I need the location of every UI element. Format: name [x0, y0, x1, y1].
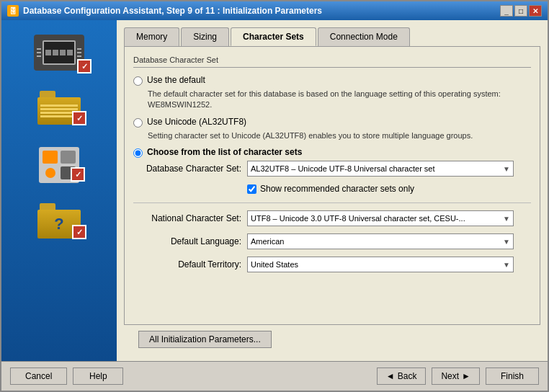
- db-charset-arrow-icon: ▼: [503, 165, 510, 173]
- maximize-button[interactable]: □: [514, 5, 527, 17]
- content-panel: Database Character Set Use the default T…: [124, 46, 540, 325]
- show-recommended-label[interactable]: Show recommended character sets only: [260, 184, 414, 194]
- title-bar: 🗄 Database Configuration Assistant, Step…: [1, 1, 548, 20]
- close-button[interactable]: ✕: [529, 5, 542, 17]
- radio-use-unicode-row: Use Unicode (AL32UTF8): [133, 117, 531, 128]
- icon-item-chip: ✓: [34, 35, 84, 71]
- left-panel: ✓ ✓: [1, 20, 117, 361]
- tab-sizing[interactable]: Sizing: [181, 27, 229, 46]
- icon-item-folder1: ✓: [37, 91, 81, 127]
- back-label: Back: [398, 371, 417, 381]
- next-button[interactable]: Next ►: [432, 368, 480, 385]
- back-arrow-icon: ◄: [386, 371, 395, 381]
- radio-choose-list-row: Choose from the list of character sets: [133, 147, 531, 158]
- checkmark-badge-2: ✓: [72, 111, 86, 125]
- back-button[interactable]: ◄ Back: [377, 368, 427, 385]
- default-territory-field-row: Default Territory: United States ▼: [133, 257, 531, 272]
- default-territory-value: United States: [251, 260, 298, 269]
- national-charset-value: UTF8 – Unicode 3.0 UTF-8 Universal chara…: [251, 214, 465, 223]
- db-charset-value: AL32UTF8 – Unicode UTF-8 Universal chara…: [251, 164, 435, 173]
- default-territory-select[interactable]: United States ▼: [247, 257, 514, 272]
- default-territory-arrow-icon: ▼: [503, 261, 510, 269]
- footer: Cancel Help ◄ Back Next ► Finish: [1, 361, 548, 391]
- default-territory-label: Default Territory:: [133, 259, 241, 270]
- radio-choose-list-label[interactable]: Choose from the list of character sets: [147, 147, 302, 157]
- tab-character-sets[interactable]: Character Sets: [231, 27, 316, 46]
- national-charset-label: National Character Set:: [133, 213, 241, 223]
- db-charset-field-row: Database Character Set: AL32UTF8 – Unico…: [133, 161, 531, 177]
- tab-memory[interactable]: Memory: [124, 27, 179, 46]
- show-recommended-row: Show recommended character sets only: [247, 184, 531, 194]
- default-language-label: Default Language:: [133, 236, 241, 246]
- window-controls: _ □ ✕: [500, 5, 542, 17]
- default-language-field-row: Default Language: American ▼: [133, 233, 531, 249]
- next-arrow-icon: ►: [462, 371, 470, 381]
- cancel-button[interactable]: Cancel: [10, 368, 67, 385]
- footer-right-buttons: ◄ Back Next ► Finish: [377, 368, 539, 385]
- checkmark-badge-4: ✓: [72, 225, 86, 239]
- radio-use-unicode[interactable]: [133, 118, 143, 128]
- finish-button[interactable]: Finish: [486, 368, 539, 385]
- right-panel: Memory Sizing Character Sets Connection …: [117, 20, 548, 361]
- db-charset-label: Database Character Set:: [133, 164, 241, 174]
- icon-item-shapes: ✓: [39, 147, 79, 183]
- checkmark-badge-3: ✓: [71, 167, 85, 182]
- radio-use-default[interactable]: [133, 76, 143, 86]
- bottom-area: All Initialization Parameters...: [124, 325, 540, 354]
- tab-connection-mode[interactable]: Connection Mode: [318, 27, 410, 46]
- radio-choose-list[interactable]: [133, 148, 143, 158]
- show-recommended-checkbox[interactable]: [247, 184, 256, 194]
- use-unicode-description: Setting character set to Unicode (AL32UT…: [148, 130, 531, 141]
- default-language-select[interactable]: American ▼: [247, 233, 514, 249]
- default-language-value: American: [251, 237, 284, 246]
- checkmark-badge-1: ✓: [77, 59, 92, 74]
- separator-1: [133, 202, 531, 203]
- section-label: Database Character Set: [133, 55, 531, 68]
- help-button[interactable]: Help: [73, 368, 123, 385]
- radio-use-unicode-label[interactable]: Use Unicode (AL32UTF8): [147, 117, 246, 127]
- radio-use-default-row: Use the default: [133, 75, 531, 86]
- main-content: ✓ ✓: [1, 20, 548, 361]
- radio-use-default-label[interactable]: Use the default: [147, 75, 205, 85]
- next-label: Next: [441, 371, 459, 381]
- window-title: Database Configuration Assistant, Step 9…: [23, 6, 500, 16]
- main-window: 🗄 Database Configuration Assistant, Step…: [0, 0, 549, 392]
- all-init-params-button[interactable]: All Initialization Parameters...: [138, 331, 272, 348]
- national-charset-field-row: National Character Set: UTF8 – Unicode 3…: [133, 210, 531, 226]
- db-charset-select[interactable]: AL32UTF8 – Unicode UTF-8 Universal chara…: [247, 161, 514, 177]
- minimize-button[interactable]: _: [500, 5, 513, 17]
- national-charset-arrow-icon: ▼: [503, 215, 510, 223]
- icon-item-folder2: ? ✓: [37, 203, 81, 241]
- footer-left-buttons: Cancel Help: [10, 368, 123, 385]
- default-language-arrow-icon: ▼: [503, 238, 510, 246]
- use-default-description: The default character set for this datab…: [148, 89, 531, 111]
- tab-bar: Memory Sizing Character Sets Connection …: [124, 27, 540, 46]
- national-charset-select[interactable]: UTF8 – Unicode 3.0 UTF-8 Universal chara…: [247, 210, 514, 226]
- window-icon: 🗄: [7, 5, 19, 17]
